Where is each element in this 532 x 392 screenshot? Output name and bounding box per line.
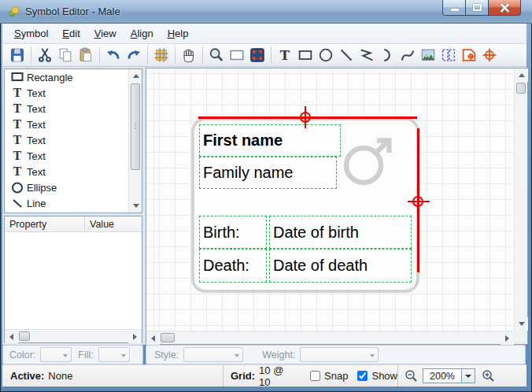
undo-icon[interactable] <box>104 46 123 65</box>
copy-icon[interactable] <box>56 46 75 65</box>
grid-label: Grid: <box>231 370 255 382</box>
property-grid-horizontal-scrollbar[interactable] <box>5 329 142 342</box>
fill-dropdown[interactable] <box>98 347 130 362</box>
color-label: Color: <box>9 349 35 361</box>
fill-label: Fill: <box>78 349 93 361</box>
top-crosshair-handle[interactable] <box>300 112 311 123</box>
line-tool-icon[interactable] <box>337 46 356 65</box>
scrollbar-thumb[interactable] <box>131 83 140 170</box>
list-item-partial[interactable] <box>5 211 128 213</box>
zoom-window-icon[interactable] <box>227 46 246 65</box>
redo-icon[interactable] <box>124 46 143 65</box>
app-icon <box>8 6 20 18</box>
zoom-level-value[interactable]: 200% <box>423 368 462 383</box>
object-list: Rectangle T Text T Text T Text T Text <box>5 69 128 213</box>
toolbar-separator <box>147 46 148 64</box>
anchor-point-icon[interactable] <box>460 46 478 65</box>
title-bar[interactable]: Symbol Editor - Male <box>0 0 532 24</box>
toolbar-separator <box>99 46 100 64</box>
menu-edit[interactable]: Edit <box>55 24 87 43</box>
style-dropdown[interactable] <box>183 347 243 362</box>
show-checkbox-row: Show <box>357 370 397 382</box>
minimize-button[interactable] <box>442 0 466 16</box>
ellipse-tool-icon[interactable] <box>316 46 335 65</box>
zoom-fit-icon[interactable] <box>248 46 267 65</box>
birth-label-field[interactable]: Birth: <box>199 216 267 249</box>
scroll-up-button[interactable] <box>515 68 528 82</box>
grid-value: 10 @ 10 <box>259 364 296 388</box>
cut-icon[interactable] <box>35 46 54 65</box>
style-label: Style: <box>154 349 179 361</box>
canvas-horizontal-scrollbar[interactable] <box>146 331 514 344</box>
list-item-rectangle[interactable]: Rectangle <box>5 69 128 85</box>
curve-tool-icon[interactable] <box>398 46 417 65</box>
list-item-text[interactable]: T Text <box>5 101 128 116</box>
scroll-down-button[interactable] <box>515 317 528 331</box>
object-list-panel: Rectangle T Text T Text T Text T Text <box>4 68 142 213</box>
birth-date-field[interactable]: Date of birth <box>269 216 412 249</box>
text-tool-icon[interactable]: T <box>275 46 294 65</box>
snap-checkbox[interactable] <box>310 371 320 381</box>
scrollbar-thumb[interactable] <box>19 331 30 341</box>
property-panel: Property Value <box>4 216 142 343</box>
scroll-up-button[interactable] <box>129 69 142 83</box>
drawing-canvas[interactable]: First name Family name Birth: Date of bi… <box>146 68 514 331</box>
arc-tool-icon[interactable] <box>378 46 397 65</box>
scroll-down-button[interactable] <box>129 199 142 213</box>
chevron-down-icon <box>370 354 375 360</box>
menu-align[interactable]: Align <box>124 24 161 43</box>
scroll-left-button[interactable] <box>146 331 160 345</box>
list-item-ellipse[interactable]: Ellipse <box>5 179 128 195</box>
list-item-line[interactable]: Line <box>5 195 128 211</box>
rectangle-icon <box>11 71 27 83</box>
weight-label: Weight: <box>262 349 295 361</box>
family-name-field[interactable]: Family name <box>199 157 337 189</box>
show-checkbox[interactable] <box>357 371 368 381</box>
paste-icon[interactable] <box>76 46 95 65</box>
first-name-field[interactable]: First name <box>199 124 341 157</box>
polyline-tool-icon[interactable] <box>357 46 376 65</box>
line-icon <box>11 197 27 209</box>
snap-label: Snap <box>324 370 348 382</box>
pan-hand-icon[interactable] <box>179 46 198 65</box>
color-dropdown[interactable] <box>40 347 72 362</box>
active-status-section: Active: None <box>2 365 223 386</box>
grid-status-section: Grid: 10 @ 10 Snap Show <box>224 365 397 386</box>
list-item-text[interactable]: T Text <box>5 164 128 179</box>
menu-help[interactable]: Help <box>161 24 196 43</box>
right-crosshair-handle[interactable] <box>412 196 423 207</box>
scrollbar-thumb[interactable] <box>161 333 175 342</box>
image-tool-icon[interactable] <box>419 46 438 65</box>
value-column-header: Value <box>85 216 114 231</box>
rectangle-tool-icon[interactable] <box>296 46 315 65</box>
scrollbar-thumb[interactable] <box>516 83 526 94</box>
death-label-field[interactable]: Death: <box>199 249 267 283</box>
menu-symbol[interactable]: Symbol <box>7 24 55 43</box>
zoom-dropdown-button[interactable] <box>462 368 475 383</box>
bounding-boxes-icon[interactable] <box>439 46 458 65</box>
grid-icon[interactable] <box>152 46 171 65</box>
maximize-button[interactable] <box>466 0 489 16</box>
canvas-vertical-scrollbar[interactable] <box>514 68 527 331</box>
death-date-field[interactable]: Date of death <box>269 249 412 283</box>
save-icon[interactable] <box>8 46 27 65</box>
scroll-right-button[interactable] <box>128 330 142 343</box>
scroll-left-button[interactable] <box>5 330 18 343</box>
connection-point-icon[interactable] <box>480 46 499 65</box>
weight-dropdown[interactable] <box>300 347 379 362</box>
menu-view[interactable]: View <box>87 24 124 43</box>
zoom-in-icon[interactable] <box>482 369 495 383</box>
object-list-vertical-scrollbar[interactable] <box>128 69 142 213</box>
list-item-text[interactable]: T Text <box>5 132 128 148</box>
scroll-right-button[interactable] <box>501 331 514 345</box>
format-bar-left: Color: Fill: <box>2 345 143 364</box>
svg-text:T: T <box>13 102 22 115</box>
close-button[interactable] <box>489 0 521 16</box>
list-item-text[interactable]: T Text <box>5 148 128 164</box>
list-item-text[interactable]: T Text <box>5 116 128 132</box>
list-item-text[interactable]: T Text <box>5 85 128 101</box>
zoom-out-icon[interactable] <box>405 369 418 383</box>
zoom-icon[interactable] <box>207 46 226 65</box>
property-grid-body[interactable] <box>5 232 142 329</box>
male-symbol-icon[interactable] <box>340 133 397 190</box>
